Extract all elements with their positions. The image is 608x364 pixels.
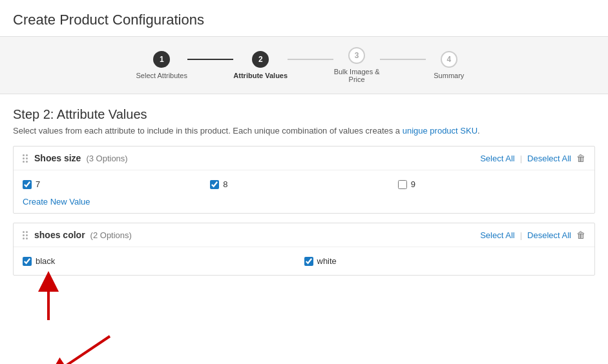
wizard-line-3-4 (380, 59, 426, 60)
value-item-white: white (304, 254, 586, 268)
attr-count-shoes-color: (2 Options) (90, 230, 132, 240)
step-circle-1: 1 (153, 51, 170, 68)
drag-handle-shoes-size[interactable] (23, 154, 28, 163)
deselect-all-shoes-size[interactable]: Deselect All (527, 154, 571, 163)
delete-shoes-size-icon[interactable]: 🗑 (576, 153, 585, 163)
desc-pre: Select values from each attribute to inc… (13, 126, 403, 136)
wizard-step-3: 3 Bulk Images &Price (333, 47, 379, 83)
values-row-shoes-size: 7 8 9 (23, 177, 585, 192)
value-item-9: 9 (398, 177, 585, 192)
delete-shoes-color-icon[interactable]: 🗑 (576, 230, 585, 240)
wizard-step-2: 2 Attribute Values (233, 51, 288, 79)
step-circle-3: 3 (348, 47, 365, 64)
attr-actions-shoes-size: Select All | Deselect All 🗑 (480, 153, 585, 163)
attr-name-shoes-color: shoes color (34, 230, 85, 240)
value-item-8: 8 (210, 177, 397, 192)
value-label-8: 8 (223, 179, 227, 189)
value-label-7: 7 (36, 179, 40, 189)
page-header: Create Product Configurations (0, 0, 608, 37)
desc-post: . (477, 126, 480, 136)
checkbox-black[interactable] (23, 257, 32, 266)
attr-header-shoes-size: Shoes size (3 Options) Select All | Dese… (14, 147, 594, 170)
svg-line-1 (57, 336, 110, 364)
attribute-group-shoes-color: shoes color (2 Options) Select All | Des… (13, 223, 595, 276)
select-all-shoes-color[interactable]: Select All (480, 230, 514, 240)
step-label-4: Summary (434, 72, 464, 79)
wizard-line-2-3 (288, 59, 333, 60)
checkbox-7[interactable] (23, 180, 32, 189)
value-label-black: black (36, 256, 55, 266)
checkbox-9[interactable] (398, 180, 407, 189)
attr-values-shoes-color: black white (14, 247, 594, 275)
value-item-black: black (23, 254, 304, 268)
attr-values-shoes-size: 7 8 9 Create New Value (14, 170, 594, 213)
values-row-shoes-color: black white (23, 254, 585, 268)
create-new-value-shoes-size[interactable]: Create New Value (23, 197, 90, 207)
wizard-step-1: 1 Select Attributes (136, 51, 188, 79)
step-label-3: Bulk Images &Price (334, 68, 380, 83)
wizard-bar: 1 Select Attributes 2 Attribute Values 3… (0, 37, 608, 94)
value-label-white: white (317, 256, 337, 266)
attribute-group-shoes-size: Shoes size (3 Options) Select All | Dese… (13, 146, 595, 214)
step-description: Select values from each attribute to inc… (13, 126, 595, 136)
page-title: Create Product Configurations (13, 12, 595, 28)
wizard-line-1-2 (187, 59, 233, 60)
attr-header-shoes-color: shoes color (2 Options) Select All | Des… (14, 223, 594, 247)
step-title: Step 2: Attribute Values (13, 107, 595, 122)
wizard-step-4: 4 Summary (426, 51, 472, 79)
attr-count-shoes-size: (3 Options) (86, 154, 127, 163)
drag-handle-shoes-color[interactable] (23, 231, 28, 239)
value-item-7: 7 (23, 177, 210, 192)
checkbox-white[interactable] (304, 257, 313, 266)
step-label-1: Select Attributes (136, 72, 188, 79)
step-circle-4: 4 (441, 51, 457, 68)
step-label-2: Attribute Values (233, 72, 288, 79)
desc-link[interactable]: unigue product SKU (403, 126, 477, 136)
select-all-shoes-size[interactable]: Select All (480, 154, 514, 163)
deselect-all-shoes-color[interactable]: Deselect All (527, 230, 571, 240)
attr-actions-shoes-color: Select All | Deselect All 🗑 (480, 230, 585, 240)
checkbox-8[interactable] (210, 180, 219, 189)
value-label-9: 9 (411, 179, 415, 189)
attr-name-shoes-size: Shoes size (34, 153, 81, 163)
step-circle-2: 2 (252, 51, 269, 68)
